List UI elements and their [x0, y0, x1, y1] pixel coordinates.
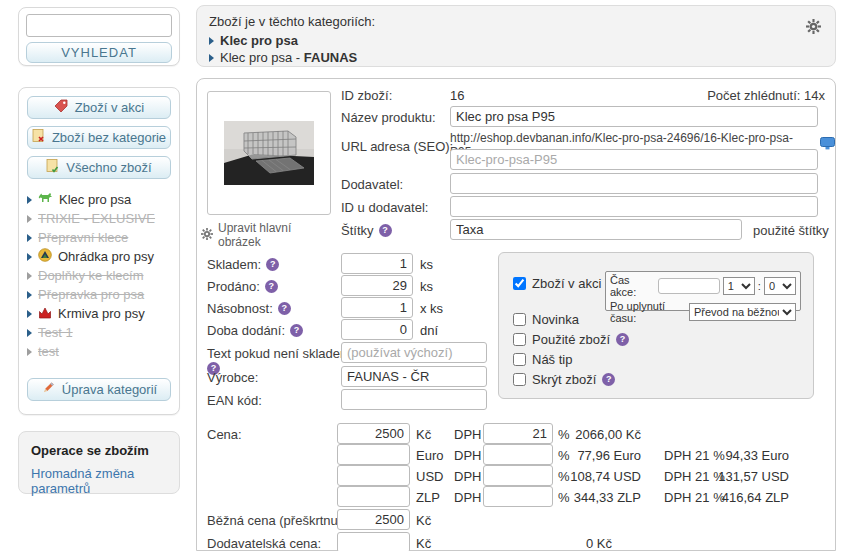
- product-name-input[interactable]: [450, 106, 818, 127]
- used-tags-link[interactable]: použité štítky: [753, 223, 829, 238]
- help-icon[interactable]: [602, 373, 615, 386]
- settings-gear-icon[interactable]: [806, 19, 821, 37]
- help-icon[interactable]: [290, 324, 303, 337]
- new-checkbox[interactable]: [513, 313, 526, 326]
- sale-hour-select[interactable]: 1: [723, 277, 755, 295]
- regular-price-input[interactable]: [337, 509, 410, 530]
- tip-checkbox-row: Náš tip: [513, 352, 572, 367]
- help-icon[interactable]: [616, 333, 629, 346]
- category-item-test[interactable]: test: [27, 342, 171, 361]
- category-item-trixie-exlusive[interactable]: TRIXIE - EXLUSIVE: [27, 209, 171, 228]
- tree-arrow-icon: [27, 253, 32, 261]
- category-sidebar: Zboží v akci Zboží bez kategorie Všechno…: [18, 87, 180, 415]
- product-detail-panel: Upravit hlavní obrázek ID zboží: 16 Poče…: [196, 78, 836, 551]
- category-item-ohradka-pro-psy[interactable]: Ohrádka pro psy: [27, 247, 171, 266]
- sale-time-input[interactable]: [658, 278, 720, 294]
- price-input-euro[interactable]: [337, 444, 410, 465]
- price-input-zlp[interactable]: [337, 486, 410, 507]
- help-icon[interactable]: [266, 258, 279, 271]
- sold-unit: ks: [420, 279, 433, 294]
- vat-input-zlp[interactable]: [483, 486, 553, 507]
- currency-label: Euro: [416, 448, 443, 463]
- seo-url-label: URL adresa (SEO):: [341, 139, 453, 154]
- price-label: Cena:: [207, 427, 242, 442]
- product-id-label: ID zboží:: [341, 88, 392, 103]
- vat-label: DPH: [454, 490, 481, 505]
- currency-label: Kč: [416, 536, 431, 551]
- price-input-kc[interactable]: [337, 423, 410, 444]
- tree-arrow-icon: [27, 348, 32, 356]
- currency-label: Kč: [416, 513, 431, 528]
- category-item-prepravka-pro-psa[interactable]: Přepravka pro psa: [27, 285, 171, 304]
- category-item-doplnky-ke-klecim[interactable]: Doplňky ke klecím: [27, 266, 171, 285]
- supplier-id-input[interactable]: [450, 196, 818, 217]
- price-with-vat-2: 94,33 Euro: [695, 448, 789, 463]
- tree-arrow-icon: [27, 196, 32, 204]
- after-time-select[interactable]: Převod na běžnou: [689, 303, 796, 321]
- manufacturer-label: Výrobce:: [207, 370, 258, 385]
- sidebar-item-sale-goods[interactable]: Zboží v akci: [27, 96, 171, 119]
- product-admin-page: { "search": { "button_label": "VYHLEDAT"…: [0, 0, 861, 551]
- tree-arrow-icon: [27, 329, 32, 337]
- vat-input-euro[interactable]: [483, 444, 553, 465]
- regular-price-label: Běžná cena (přeškrtnutá):: [207, 513, 357, 528]
- help-icon[interactable]: [278, 302, 291, 315]
- multiplicity-label: Násobnost:: [207, 301, 291, 316]
- used-checkbox[interactable]: [513, 333, 526, 346]
- supplier-price-total: 0 Kč: [586, 536, 612, 551]
- hide-checkbox[interactable]: [513, 373, 526, 386]
- tags-label: Štítky: [341, 223, 392, 238]
- vat-label: DPH: [454, 427, 481, 442]
- no-stock-text-input[interactable]: [341, 342, 487, 363]
- bulk-change-link[interactable]: Hromadná změna parametrů: [31, 466, 167, 496]
- search-button[interactable]: VYHLEDAT: [26, 42, 172, 63]
- category-item-krmiva-pro-psy[interactable]: Krmiva pro psy: [27, 304, 171, 323]
- manufacturer-input[interactable]: [341, 366, 487, 387]
- delivery-time-input[interactable]: [341, 319, 413, 340]
- product-id-value: 16: [450, 88, 464, 103]
- vat-input-usd[interactable]: [483, 465, 553, 486]
- sold-input[interactable]: [341, 275, 413, 296]
- tags-input[interactable]: [450, 219, 742, 240]
- price-with-vat: 2066,00 Kč: [549, 427, 641, 442]
- seo-slug-input[interactable]: [450, 149, 818, 170]
- stock-input[interactable]: [341, 253, 413, 274]
- sidebar-item-label: Zboží v akci: [75, 100, 144, 115]
- bullet-arrow-icon: [209, 37, 214, 45]
- ean-input[interactable]: [341, 389, 487, 410]
- help-icon[interactable]: [265, 280, 278, 293]
- dog-food-icon: [38, 306, 52, 322]
- category-item-test-1[interactable]: Test 1: [27, 323, 171, 342]
- category-link-klec-pro-psa-faunas[interactable]: Klec pro psa - FAUNAS: [220, 50, 357, 65]
- tip-label: Náš tip: [532, 352, 572, 367]
- sold-label: Prodáno:: [207, 279, 278, 294]
- help-icon[interactable]: [379, 224, 392, 237]
- supplier-label: Dodavatel:: [341, 177, 403, 192]
- sale-checkbox[interactable]: [513, 277, 526, 290]
- tag-icon: [54, 99, 68, 116]
- supplier-input[interactable]: [450, 173, 818, 194]
- edit-categories-label: Úprava kategorií: [62, 382, 157, 397]
- category-item-klec-pro-psa[interactable]: Klec pro psa: [27, 190, 171, 209]
- currency-label: ZLP: [416, 490, 440, 505]
- price-input-usd[interactable]: [337, 465, 410, 486]
- supplier-price-input[interactable]: [337, 532, 410, 551]
- vat-input-kc[interactable]: [483, 423, 553, 444]
- sidebar-item-uncategorized-goods[interactable]: Zboží bez kategorie: [27, 126, 171, 149]
- sidebar-item-all-goods[interactable]: Všechno zboží: [27, 156, 171, 179]
- sale-minute-select[interactable]: 0: [764, 277, 796, 295]
- category-item-prepravni-klece[interactable]: Přepravní klece: [27, 228, 171, 247]
- multiplicity-input[interactable]: [341, 297, 413, 318]
- search-input[interactable]: [26, 14, 172, 37]
- ean-label: EAN kód:: [207, 393, 262, 408]
- category-link-klec-pro-psa[interactable]: Klec pro psa: [220, 33, 298, 48]
- new-label: Novinka: [532, 312, 579, 327]
- price-with-vat-2: 131,57 USD: [695, 469, 789, 484]
- url-preview-icon[interactable]: [820, 137, 835, 153]
- sale-label: Zboží v akci: [532, 276, 601, 291]
- sidebar-item-label: Všechno zboží: [66, 160, 151, 175]
- price-with-vat: 77,96 Euro: [549, 448, 641, 463]
- view-count: Počet zhlédnutí: 14x: [707, 88, 825, 103]
- tip-checkbox[interactable]: [513, 353, 526, 366]
- edit-categories-button[interactable]: Úprava kategorií: [27, 378, 171, 401]
